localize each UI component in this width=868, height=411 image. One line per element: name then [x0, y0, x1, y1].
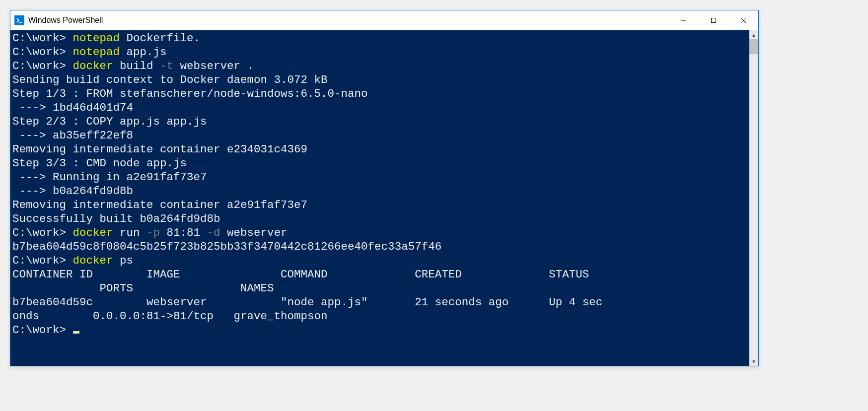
terminal-text: b7bea604d59c8f0804c5b25f723b825bb33f3470…: [12, 240, 441, 253]
terminal-text: Dockerfile.: [120, 32, 200, 45]
window-controls: [669, 10, 758, 30]
prompt: C:\work>: [12, 324, 73, 337]
terminal-line: ---> 1bd46d401d74: [12, 101, 747, 115]
powershell-window: Windows PowerShell C:\work> notepad Dock…: [10, 10, 759, 366]
terminal-line: CONTAINER ID IMAGE COMMAND CREATED STATU…: [12, 268, 747, 281]
terminal-text: docker: [73, 254, 113, 267]
terminal-line: Step 2/3 : COPY app.js app.js: [12, 115, 747, 129]
terminal-text: Sending build context to Docker daemon 3…: [12, 73, 328, 86]
terminal-line: onds 0.0.0.0:81->81/tcp grave_thompson: [12, 309, 747, 323]
terminal-line: b7bea604d59c8f0804c5b25f723b825bb33f3470…: [12, 240, 747, 254]
powershell-icon: [14, 15, 24, 25]
terminal-line: Sending build context to Docker daemon 3…: [12, 73, 747, 87]
terminal-line: C:\work> notepad Dockerfile.: [12, 31, 747, 45]
terminal-text: -p: [146, 226, 160, 239]
window-title: Windows PowerShell: [28, 16, 103, 25]
terminal-text: 81:81: [160, 226, 207, 239]
terminal-line: Successfully built b0a264fd9d8b: [12, 212, 747, 226]
terminal-text: ps: [113, 254, 134, 267]
terminal-line: C:\work>: [12, 323, 747, 337]
terminal-text: ---> Running in a2e91faf73e7: [12, 171, 207, 184]
terminal-text: notepad: [73, 46, 120, 59]
terminal-text: -t: [160, 60, 173, 72]
terminal-text: b7bea604d59c webserver "node app.js" 21 …: [12, 296, 602, 309]
terminal-text: ---> 1bd46d401d74: [12, 101, 133, 114]
terminal-line: ---> b0a264fd9d8b: [12, 184, 747, 198]
terminal-text: Step 2/3 : COPY app.js app.js: [12, 115, 207, 128]
terminal-text: build: [113, 60, 160, 72]
terminal-text: Removing intermediate container e234031c…: [12, 143, 307, 156]
terminal-line: C:\work> notepad app.js: [12, 45, 747, 59]
terminal-line: Step 3/3 : CMD node app.js: [12, 156, 747, 170]
prompt: C:\work>: [12, 254, 73, 267]
scroll-up-arrow[interactable]: ▲: [749, 30, 758, 39]
terminal-line: PORTS NAMES: [12, 281, 747, 295]
prompt: C:\work>: [12, 32, 73, 45]
terminal-text: Removing intermediate container a2e91faf…: [12, 199, 307, 211]
terminal-line: C:\work> docker run -p 81:81 -d webserve…: [12, 226, 747, 240]
terminal-text: run: [113, 226, 147, 239]
terminal-line: C:\work> docker build -t webserver .: [12, 59, 747, 73]
terminal-text: Successfully built b0a264fd9d8b: [12, 212, 220, 225]
close-button[interactable]: [728, 10, 758, 30]
vertical-scrollbar[interactable]: ▲ ▼: [749, 30, 758, 366]
terminal-text: notepad: [73, 32, 120, 45]
terminal-text: onds 0.0.0.0:81->81/tcp grave_thompson: [12, 310, 328, 323]
minimize-button[interactable]: [669, 10, 699, 30]
terminal-text: docker: [73, 226, 113, 239]
terminal-line: C:\work> docker ps: [12, 254, 747, 268]
maximize-button[interactable]: [699, 10, 728, 30]
terminal-text: ---> b0a264fd9d8b: [12, 185, 133, 198]
terminal-line: Step 1/3 : FROM stefanscherer/node-windo…: [12, 87, 747, 101]
titlebar[interactable]: Windows PowerShell: [10, 10, 758, 30]
scroll-down-arrow[interactable]: ▼: [749, 357, 758, 366]
terminal-text: Step 3/3 : CMD node app.js: [12, 157, 187, 170]
terminal-line: ---> Running in a2e91faf73e7: [12, 170, 747, 184]
terminal-line: Removing intermediate container e234031c…: [12, 142, 747, 156]
terminal-text: app.js: [120, 46, 167, 59]
svg-rect-1: [712, 18, 716, 22]
terminal-text: ---> ab35eff22ef8: [12, 129, 133, 142]
terminal-text: PORTS NAMES: [12, 282, 274, 295]
terminal-text: docker: [73, 60, 113, 72]
terminal-text: webserver .: [173, 60, 254, 72]
scroll-thumb[interactable]: [749, 39, 758, 54]
terminal-container: C:\work> notepad Dockerfile.C:\work> not…: [10, 30, 758, 366]
terminal-line: Removing intermediate container a2e91faf…: [12, 198, 747, 212]
terminal-text: Step 1/3 : FROM stefanscherer/node-windo…: [12, 87, 368, 100]
prompt: C:\work>: [12, 46, 73, 59]
terminal-line: b7bea604d59c webserver "node app.js" 21 …: [12, 295, 747, 309]
cursor: [73, 331, 79, 334]
prompt: C:\work>: [12, 60, 73, 72]
scroll-track[interactable]: [749, 39, 758, 357]
terminal-line: ---> ab35eff22ef8: [12, 129, 747, 142]
terminal-text: -d: [207, 226, 220, 239]
terminal-text: CONTAINER ID IMAGE COMMAND CREATED STATU…: [12, 268, 589, 281]
terminal-text: webserver: [220, 226, 288, 239]
prompt: C:\work>: [12, 226, 73, 239]
terminal-output[interactable]: C:\work> notepad Dockerfile.C:\work> not…: [10, 30, 749, 366]
